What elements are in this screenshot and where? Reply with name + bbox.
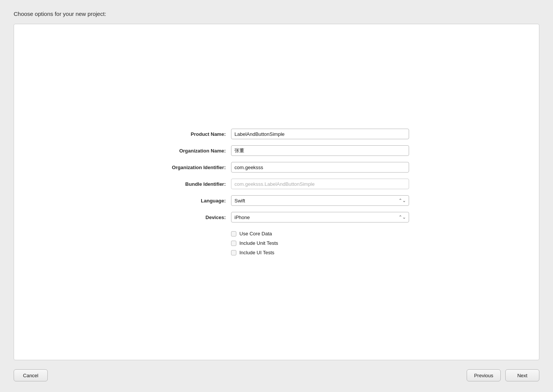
language-row: Language: Swift Objective-C ⌃⌄ — [144, 195, 409, 206]
devices-label: Devices: — [144, 215, 231, 220]
next-button[interactable]: Next — [505, 369, 539, 381]
org-name-label: Organization Name: — [144, 148, 231, 154]
org-identifier-row: Organization Identifier: — [144, 162, 409, 173]
footer-right: Previous Next — [467, 369, 539, 381]
include-unit-tests-label: Include Unit Tests — [239, 240, 278, 246]
page-title: Choose options for your new project: — [14, 11, 539, 17]
form-inner: Product Name: Organization Name: Organiz… — [144, 129, 409, 255]
devices-select-wrapper: iPhone iPad Universal ⌃⌄ — [231, 212, 409, 222]
bundle-identifier-input — [231, 179, 409, 189]
cancel-button[interactable]: Cancel — [14, 369, 48, 381]
use-core-data-checkbox[interactable] — [231, 231, 236, 236]
form-container: Product Name: Organization Name: Organiz… — [14, 24, 539, 360]
language-select-wrapper: Swift Objective-C ⌃⌄ — [231, 195, 409, 206]
org-identifier-input[interactable] — [231, 162, 409, 173]
language-select[interactable]: Swift Objective-C — [231, 195, 409, 206]
include-unit-tests-checkbox[interactable] — [231, 241, 236, 246]
include-ui-tests-checkbox[interactable] — [231, 250, 236, 255]
devices-select[interactable]: iPhone iPad Universal — [231, 212, 409, 222]
use-core-data-label: Use Core Data — [239, 231, 272, 236]
org-name-input[interactable] — [231, 145, 409, 156]
checkbox-group: Use Core Data Include Unit Tests Include… — [231, 231, 409, 255]
footer: Cancel Previous Next — [14, 369, 539, 381]
bundle-identifier-label: Bundle Identifier: — [144, 181, 231, 187]
language-label: Language: — [144, 198, 231, 204]
product-name-input[interactable] — [231, 129, 409, 139]
use-core-data-row: Use Core Data — [231, 231, 409, 236]
include-ui-tests-label: Include UI Tests — [239, 250, 274, 255]
devices-row: Devices: iPhone iPad Universal ⌃⌄ — [144, 212, 409, 222]
product-name-row: Product Name: — [144, 129, 409, 139]
previous-button[interactable]: Previous — [467, 369, 501, 381]
org-identifier-label: Organization Identifier: — [144, 165, 231, 170]
product-name-label: Product Name: — [144, 131, 231, 137]
include-ui-tests-row: Include UI Tests — [231, 250, 409, 255]
bundle-identifier-row: Bundle Identifier: — [144, 179, 409, 189]
org-name-row: Organization Name: — [144, 145, 409, 156]
include-unit-tests-row: Include Unit Tests — [231, 240, 409, 246]
